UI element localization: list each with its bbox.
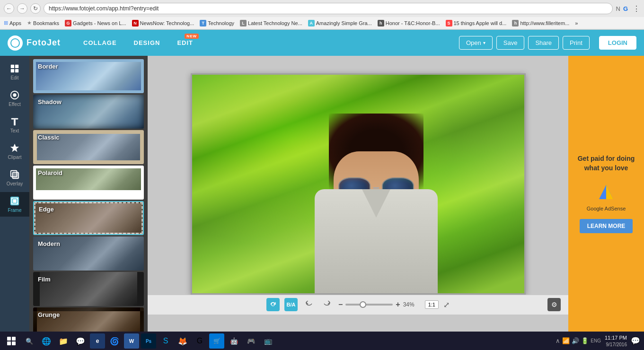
address-bar[interactable]: https://www.fotojet.com/app.html?entry=e… (44, 3, 613, 14)
login-button[interactable]: LOGIN (599, 36, 636, 50)
sidebar-item-overlay[interactable]: Overlay (0, 166, 29, 190)
frame-item-classic[interactable]: Classic (33, 130, 144, 164)
tray-volume-icon[interactable]: 🔊 (572, 337, 579, 344)
bookmark-latest[interactable]: L Latest Technology Ne... (240, 20, 302, 26)
bookmark-filler[interactable]: h http://www.filleritem... (512, 20, 569, 26)
svg-rect-2 (11, 69, 14, 72)
chrome-icon[interactable]: G (623, 5, 628, 12)
taskbar-lol-icon[interactable]: 🎮 (243, 333, 258, 349)
nav-refresh-button[interactable]: ↻ (30, 3, 41, 14)
taskbar-ie-icon[interactable]: e (90, 333, 105, 349)
browser-chrome: ← → ↻ https://www.fotojet.com/app.html?e… (0, 0, 644, 30)
sidebar-item-edit[interactable]: Edit (0, 60, 29, 84)
settings-button[interactable]: ⚙ (547, 298, 561, 311)
bookmark-honor[interactable]: h Honor - T&C:Honor-B... (378, 20, 440, 26)
tray-battery-icon[interactable]: 🔋 (581, 337, 589, 344)
sidebar-item-clipart[interactable]: Clipart (0, 139, 29, 164)
sidebar-item-effect[interactable]: Effect (0, 86, 29, 111)
more-bookmarks-label: » (575, 20, 578, 26)
start-button[interactable] (4, 333, 19, 349)
glasses-bridge (373, 187, 379, 189)
nav-back-button[interactable]: ← (4, 3, 14, 14)
bookmark-apps[interactable]: ⊞ Apps (4, 20, 21, 26)
print-button[interactable]: Print (563, 36, 590, 50)
frame-film-label: Film (38, 276, 51, 283)
logo-inner-ring (10, 38, 20, 48)
taskbar-media-icon[interactable]: 📺 (260, 333, 275, 349)
settings-icon: ⚙ (551, 301, 557, 308)
clipart-icon (9, 143, 20, 153)
taskbar-photoshop-icon[interactable]: Ps (141, 333, 156, 349)
share-button[interactable]: Share (528, 36, 559, 50)
taskbar-mail-icon[interactable]: 💬 (73, 333, 88, 349)
frame-item-border[interactable]: Border (33, 59, 144, 93)
taskbar-chrome2-icon[interactable]: G (192, 333, 207, 349)
ratio-button[interactable]: 1:1 (425, 300, 439, 309)
taskbar-tray: ∧ 📶 🔊 🔋 ENG 11:17 PM 9/17/2016 💬 (556, 334, 640, 347)
zoom-minus-button[interactable]: − (338, 300, 343, 309)
bookmark-gadgets[interactable]: G Gadgets - News on L... (65, 20, 126, 26)
bookmark-bookmarks[interactable]: ★ Bookmarks (27, 20, 59, 26)
adsense-logo: Google AdSense (587, 180, 626, 211)
taskbar: 🔍 🌐 📁 💬 e 🌀 W Ps S 🦊 G 🛒 🤖 🎮 📺 ∧ 📶 🔊 🔋 E… (0, 332, 644, 350)
nav-forward-button[interactable]: → (17, 3, 27, 14)
tray-keyboard-icon[interactable]: ENG (591, 338, 601, 343)
tray-notification-icon[interactable]: 💬 (631, 336, 640, 345)
open-button[interactable]: Open ▾ (459, 36, 493, 50)
fullscreen-button[interactable]: ⤢ (443, 300, 450, 309)
frame-item-modern[interactable]: Modern (33, 236, 144, 271)
bookmark-amazingly[interactable]: A Amazingly Simple Gra... (308, 20, 372, 26)
learn-more-button[interactable]: LEARN MORE (580, 219, 633, 233)
canvas-frame[interactable] (191, 73, 526, 295)
bookmark-filler-label: http://www.filleritem... (520, 20, 569, 26)
svg-rect-11 (12, 199, 17, 203)
bookmark-newsnow[interactable]: N NewsNow: Technolog... (132, 20, 194, 26)
taskbar-search-icon[interactable]: 🔍 (22, 333, 37, 349)
svg-rect-7 (14, 119, 16, 125)
undo-button[interactable] (302, 298, 316, 311)
taskbar-skype-icon[interactable]: S (158, 333, 173, 349)
frame-item-grunge[interactable]: Grunge (33, 307, 144, 332)
taskbar-chrome-icon[interactable]: 🌀 (107, 333, 122, 349)
sidebar-item-text[interactable]: Text (0, 113, 29, 137)
sidebar-item-frame[interactable]: Frame (0, 192, 29, 217)
zoom-slider[interactable] (345, 304, 393, 306)
browser-menu-button[interactable]: ⋮ (633, 4, 640, 13)
tray-up-arrow[interactable]: ∧ (556, 337, 560, 344)
nav-collage-link[interactable]: COLLAGE (79, 37, 121, 48)
overlay-icon (9, 169, 20, 180)
browser-nav: ← → ↻ https://www.fotojet.com/app.html?e… (0, 0, 644, 17)
taskbar-store-icon[interactable]: 🛒 (209, 333, 224, 349)
frame-item-polaroid[interactable]: Polaroid (33, 166, 144, 200)
text-icon (9, 116, 20, 127)
frame-modern-label: Modern (38, 240, 60, 247)
taskbar-word-icon[interactable]: W (124, 333, 139, 349)
clock-display[interactable]: 11:17 PM 9/17/2016 (605, 334, 627, 347)
frame-item-film[interactable]: Film (33, 272, 144, 306)
nav-design-link[interactable]: DESIGN (130, 37, 164, 48)
honor-icon: h (378, 20, 384, 26)
zoom-controls: − + 34% (338, 300, 420, 309)
nav-edit-label: EDIT (177, 39, 193, 46)
bookmark-more[interactable]: » (575, 20, 578, 26)
bookmark-apps-label: Apps (9, 20, 21, 26)
zoom-plus-button[interactable]: + (396, 300, 400, 309)
taskbar-firefox-icon[interactable]: 🦊 (175, 333, 190, 349)
tray-network-icon[interactable]: 📶 (562, 337, 570, 344)
taskbar-explorer-icon[interactable]: 📁 (56, 333, 71, 349)
frame-item-shadow[interactable]: Shadow (33, 95, 144, 129)
save-button[interactable]: Save (496, 36, 525, 50)
bookmark-technology[interactable]: T Technology (200, 20, 234, 26)
redo-button[interactable] (320, 298, 334, 311)
bookmark-newsnow-label: NewsNow: Technolog... (140, 20, 194, 26)
taskbar-edge-icon[interactable]: 🌐 (39, 333, 54, 349)
bookmark-15things[interactable]: S 15 things Apple will d... (446, 20, 507, 26)
refresh-button[interactable] (266, 298, 280, 311)
frame-icon (9, 196, 20, 206)
taskbar-android-icon[interactable]: 🤖 (226, 333, 241, 349)
extensions-icon[interactable]: N (616, 5, 620, 12)
crop-button[interactable]: B/A (284, 298, 298, 311)
left-sidebar: Edit Effect Text Clipart (0, 56, 29, 332)
nav-edit-link[interactable]: EDIT NEW (173, 37, 197, 48)
frame-item-edge[interactable]: Edge (33, 201, 144, 235)
